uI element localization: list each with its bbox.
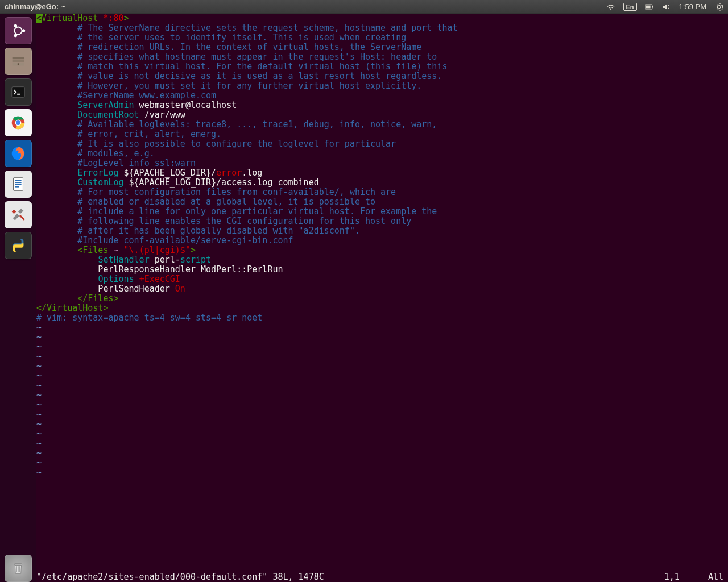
launcher-files[interactable] [5, 48, 32, 75]
svg-rect-22 [14, 564, 22, 566]
launcher-terminal[interactable] [5, 78, 32, 106]
network-icon[interactable] [606, 2, 615, 11]
window-title: chinmay@eGo: ~ [5, 2, 606, 11]
svg-point-6 [14, 34, 18, 38]
code-line: SetHandler perl-script [36, 255, 728, 265]
empty-line-tilde: ~ [36, 429, 728, 439]
status-file: "/etc/apache2/sites-enabled/000-default.… [36, 572, 324, 582]
code-line: # specifies what hostname must appear in… [36, 52, 728, 62]
svg-rect-8 [13, 60, 24, 62]
launcher-firefox[interactable] [5, 140, 32, 167]
code-line: # However, you must set it for any furth… [36, 81, 728, 91]
svg-rect-11 [12, 87, 25, 98]
code-line: # include a line for only one particular… [36, 207, 728, 217]
vim-status-line: "/etc/apache2/sites-enabled/000-default.… [36, 572, 728, 582]
system-gear-icon[interactable] [714, 2, 723, 11]
code-line: # match this virtual host. For the defau… [36, 62, 728, 72]
code-line: # Available loglevels: trace8, ..., trac… [36, 120, 728, 130]
empty-line-tilde: ~ [36, 458, 728, 468]
empty-line-tilde: ~ [36, 468, 728, 477]
svg-rect-21 [19, 215, 25, 221]
launcher-python-ide[interactable] [5, 232, 32, 259]
code-line: # modules, e.g. [36, 149, 728, 159]
svg-rect-17 [15, 180, 21, 181]
code-line: # enabled or disabled at a global level,… [36, 197, 728, 207]
code-line: # The ServerName directive sets the requ… [36, 23, 728, 33]
launcher-chrome[interactable] [5, 109, 32, 136]
empty-line-tilde: ~ [36, 371, 728, 381]
code-line: #LogLevel info ssl:warn [36, 159, 728, 168]
code-line: </VirtualHost> [36, 304, 728, 313]
code-line: # It is also possible to configure the l… [36, 139, 728, 149]
language-indicator[interactable]: En [623, 3, 637, 11]
empty-line-tilde: ~ [36, 439, 728, 448]
empty-line-tilde: ~ [36, 361, 728, 371]
code-line: # vim: syntax=apache ts=4 sw=4 sts=4 sr … [36, 313, 728, 323]
code-line: # after it has been globally disabled wi… [36, 226, 728, 236]
code-line: # value is not decisive as it is used as… [36, 72, 728, 81]
terminal-vim[interactable]: <VirtualHost *:80> # The ServerName dire… [36, 14, 728, 582]
cursor: < [36, 14, 42, 23]
code-line: # the server uses to identify itself. Th… [36, 33, 728, 43]
svg-rect-2 [646, 5, 650, 8]
empty-line-tilde: ~ [36, 390, 728, 400]
empty-line-tilde: ~ [36, 381, 728, 390]
empty-line-tilde: ~ [36, 419, 728, 429]
code-line: # redirection URLs. In the context of vi… [36, 43, 728, 52]
code-line: PerlSendHeader On [36, 284, 728, 294]
empty-line-tilde: ~ [36, 410, 728, 419]
launcher-dash[interactable] [5, 17, 32, 44]
battery-icon[interactable] [645, 2, 654, 11]
launcher-writer[interactable] [5, 171, 32, 198]
svg-rect-1 [652, 6, 653, 7]
code-line: <Files ~ "\.(pl|cgi)$"> [36, 246, 728, 255]
system-indicators: En 1:59 PM [606, 2, 723, 11]
code-line: ServerAdmin webmaster@localhost [36, 101, 728, 110]
unity-launcher [0, 14, 36, 582]
status-scroll: All [708, 572, 728, 582]
code-line: Options +ExecCGI [36, 275, 728, 284]
vim-buffer[interactable]: <VirtualHost *:80> # The ServerName dire… [36, 14, 728, 572]
code-line: ErrorLog ${APACHE_LOG_DIR}/error.log [36, 168, 728, 178]
empty-line-tilde: ~ [36, 352, 728, 361]
code-line: # For most configuration files from conf… [36, 188, 728, 197]
empty-line-tilde: ~ [36, 332, 728, 342]
code-line: #Include conf-available/serve-cgi-bin.co… [36, 236, 728, 246]
svg-rect-20 [15, 186, 19, 188]
empty-line-tilde: ~ [36, 448, 728, 458]
svg-point-5 [14, 24, 18, 28]
code-line: # following line enables the CGI configu… [36, 217, 728, 226]
code-line: #ServerName www.example.com [36, 91, 728, 101]
launcher-trash[interactable] [5, 555, 32, 582]
code-line: </Files> [36, 294, 728, 304]
sound-icon[interactable] [662, 2, 671, 11]
code-line: <VirtualHost *:80> [36, 14, 728, 23]
launcher-settings-tools[interactable] [5, 201, 32, 228]
top-menubar: chinmay@eGo: ~ En 1:59 PM [0, 0, 728, 14]
svg-point-4 [22, 29, 26, 32]
empty-line-tilde: ~ [36, 400, 728, 410]
svg-rect-19 [15, 184, 21, 185]
svg-point-10 [18, 63, 19, 65]
empty-line-tilde: ~ [36, 323, 728, 332]
svg-rect-18 [15, 182, 21, 183]
empty-line-tilde: ~ [36, 342, 728, 352]
svg-point-3 [14, 27, 22, 34]
code-line: # error, crit, alert, emerg. [36, 130, 728, 139]
code-line: CustomLog ${APACHE_LOG_DIR}/access.log c… [36, 178, 728, 188]
code-line: PerlResponseHandler ModPerl::PerlRun [36, 265, 728, 275]
svg-rect-7 [13, 57, 24, 60]
status-position: 1,1 [664, 572, 708, 582]
code-line: DocumentRoot /var/www [36, 110, 728, 120]
clock[interactable]: 1:59 PM [679, 2, 706, 11]
